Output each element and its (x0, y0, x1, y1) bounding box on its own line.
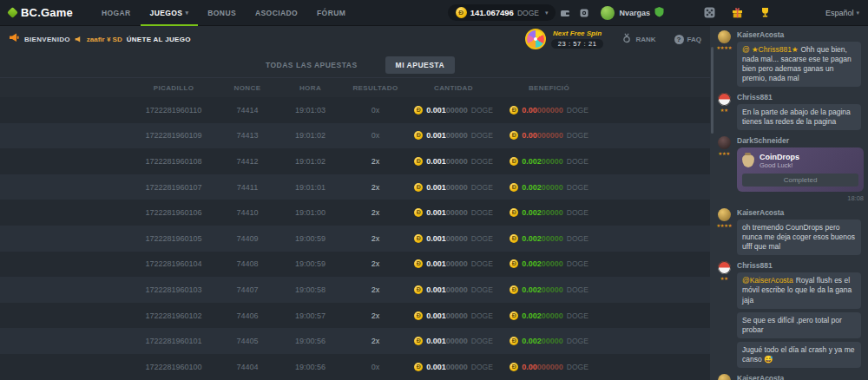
chat-bubble: En la parte de abajo de la pagina tienes… (737, 104, 861, 130)
bet-amount: Ð 0.00100000 DOGE (408, 363, 499, 371)
chat-message: ★★★ DarkSchneider CoinDrops Good Luck! C… (710, 132, 868, 204)
chat-username[interactable]: KaiserAcosta (737, 208, 861, 217)
table-row[interactable]: 1722281960107 74411 19:01:01 2x Ð 0.0010… (0, 174, 710, 200)
col-hora: HORA (278, 84, 343, 92)
user-level-stars: ★★ (720, 276, 728, 281)
main-content: BIENVENIDO zaafir ¥ SD ÚNETE AL JUEGO Ne… (0, 26, 710, 380)
bet-profit: Ð 0.00200000 DOGE (499, 311, 599, 320)
doge-coin-icon: Ð (414, 363, 423, 371)
chat-text: Jugué todo el día al crash y ya me canso… (742, 345, 854, 364)
table-row[interactable]: 1722281960104 74408 19:00:59 2x Ð 0.0010… (0, 252, 710, 278)
doge-coin-icon: Ð (414, 234, 423, 243)
chat-scrollbar[interactable] (711, 47, 713, 134)
bet-time: 19:00:56 (278, 363, 343, 371)
bet-time: 19:00:58 (278, 285, 343, 294)
doge-coin-icon: Ð (414, 183, 423, 192)
tab-mi-apuesta[interactable]: MI APUESTA (385, 56, 455, 74)
bet-nonce: 74405 (217, 337, 278, 345)
bet-result: 0x (343, 131, 408, 140)
chat-username[interactable]: KaiserAcosta (737, 30, 861, 39)
bet-time: 19:01:02 (278, 157, 343, 166)
bet-hash: 1722281960103 (130, 285, 217, 294)
chat-username[interactable]: KaiserAcosta (737, 374, 861, 380)
bet-time: 19:00:57 (278, 311, 343, 320)
nav-item-bonus[interactable]: BONUS (198, 0, 246, 26)
table-row[interactable]: 1722281960103 74407 19:00:58 2x Ð 0.0010… (0, 277, 710, 303)
chat-message: ★★★★ KaiserAcosta @ ★Chriss881★Jajaja pu… (710, 370, 868, 380)
chat-text: Se que es difícil ,pero total por probar (742, 316, 842, 334)
gift-icon[interactable] (728, 3, 747, 23)
mention[interactable]: @KaiserAcosta (742, 276, 793, 285)
bet-time: 19:00:56 (278, 337, 343, 345)
bet-profit: Ð 0.00200000 DOGE (499, 208, 599, 217)
avatar[interactable] (718, 30, 731, 43)
bet-nonce: 74404 (217, 363, 278, 371)
chat-username[interactable]: Chriss881 (737, 261, 861, 270)
chat-username[interactable]: DarkSchneider (737, 136, 861, 145)
table-row[interactable]: 1722281960101 74405 19:00:56 2x Ð 0.0010… (0, 328, 710, 354)
table-row[interactable]: 1722281960105 74409 19:00:59 2x Ð 0.0010… (0, 226, 710, 252)
rank-button[interactable]: RANK (621, 33, 655, 45)
nav-item-asociado[interactable]: ASOCIADO (246, 0, 307, 26)
doge-coin-icon: Ð (456, 7, 467, 18)
table-row[interactable]: 1722281960110 74414 19:01:03 0x Ð 0.0010… (0, 97, 710, 123)
bet-time: 19:01:00 (278, 208, 343, 217)
avatar[interactable] (718, 374, 731, 380)
table-row[interactable]: 1722281960102 74406 19:00:57 2x Ð 0.0010… (0, 303, 710, 329)
announcement-welcome: BIENVENIDO (24, 36, 70, 43)
bet-result: 0x (343, 363, 408, 371)
avatar[interactable] (718, 136, 731, 149)
balance-selector[interactable]: Ð 141.067496 DOGE ▾ (448, 4, 556, 21)
chat-message: ★★ Chriss881 En la parte de abajo de la … (710, 88, 868, 132)
coindrops-card[interactable]: CoinDrops Good Luck! Completed (737, 147, 864, 192)
nav-item-forum[interactable]: FÓRUM (307, 0, 355, 26)
bets-table-body: 1722281960110 74414 19:01:03 0x Ð 0.0010… (0, 97, 710, 380)
chat-message: ★★★★ KaiserAcosta oh tremendo CounDrops … (710, 204, 868, 257)
bet-result: 2x (343, 183, 408, 192)
chat-text: En la parte de abajo de la pagina tienes… (742, 108, 851, 126)
dice-icon[interactable] (700, 3, 720, 23)
nav-item-juegos[interactable]: JUEGOS ▾ (141, 0, 199, 26)
avatar[interactable] (718, 208, 731, 221)
bet-hash: 1722281960104 (130, 259, 217, 268)
faq-button[interactable]: ? FAQ (674, 35, 701, 44)
mention[interactable]: @ ★Chriss881★ (742, 45, 799, 54)
vault-icon[interactable] (575, 3, 594, 23)
main-nav: HOGAR JUEGOS ▾ BONUS ASOCIADO FÓRUM (92, 0, 355, 26)
money-bag-icon (742, 154, 754, 167)
bcgame-logo[interactable]: BC.Game (9, 6, 73, 19)
wallet-icon[interactable] (556, 3, 575, 23)
table-row[interactable]: 1722281960109 74413 19:01:02 0x Ð 0.0010… (0, 123, 710, 149)
chat-bubble: @KaiserAcostaRoyal flush es el móvil esc… (737, 272, 861, 308)
nav-item-hogar[interactable]: HOGAR (92, 0, 141, 26)
user-menu[interactable]: Nvargas (601, 5, 664, 21)
shield-icon (654, 5, 664, 21)
bet-profit: Ð 0.00200000 DOGE (499, 234, 599, 243)
chat-username[interactable]: Chriss881 (737, 93, 861, 102)
avatar[interactable] (718, 93, 731, 106)
table-row[interactable]: 1722281960106 74410 19:01:00 2x Ð 0.0010… (0, 200, 710, 226)
bet-amount: Ð 0.00100000 DOGE (408, 131, 499, 140)
announcement-join-link[interactable]: ÚNETE AL JUEGO (127, 36, 191, 43)
doge-coin-icon: Ð (510, 259, 518, 268)
user-level-stars: ★★★★ (716, 45, 732, 50)
trophy-icon[interactable] (756, 3, 775, 23)
avatar[interactable] (718, 261, 731, 274)
balance-amount: 141.067496 (470, 8, 514, 17)
language-label: Español (825, 9, 854, 17)
bet-nonce: 74409 (217, 234, 278, 243)
tab-todas-las-apuestas[interactable]: TODAS LAS APUESTAS (255, 56, 368, 74)
table-row[interactable]: 1722281960108 74412 19:01:02 2x Ð 0.0010… (0, 148, 710, 174)
coindrops-completed-button[interactable]: Completed (742, 174, 858, 187)
bet-hash: 1722281960110 (130, 106, 217, 115)
language-selector[interactable]: Español ▾ (825, 9, 859, 17)
balance-currency: DOGE (517, 9, 539, 17)
bet-hash: 1722281960109 (130, 131, 217, 140)
col-beneficio: BENEFICIÓ (499, 84, 599, 92)
doge-coin-icon: Ð (414, 259, 423, 268)
table-row[interactable]: 1722281960100 74404 19:00:56 0x Ð 0.0010… (0, 354, 710, 380)
free-spin-widget[interactable]: Next Free Spin 23 : 57 : 21 (525, 29, 604, 49)
doge-coin-icon: Ð (414, 285, 423, 294)
bet-result: 2x (343, 234, 408, 243)
doge-coin-icon: Ð (414, 157, 423, 166)
